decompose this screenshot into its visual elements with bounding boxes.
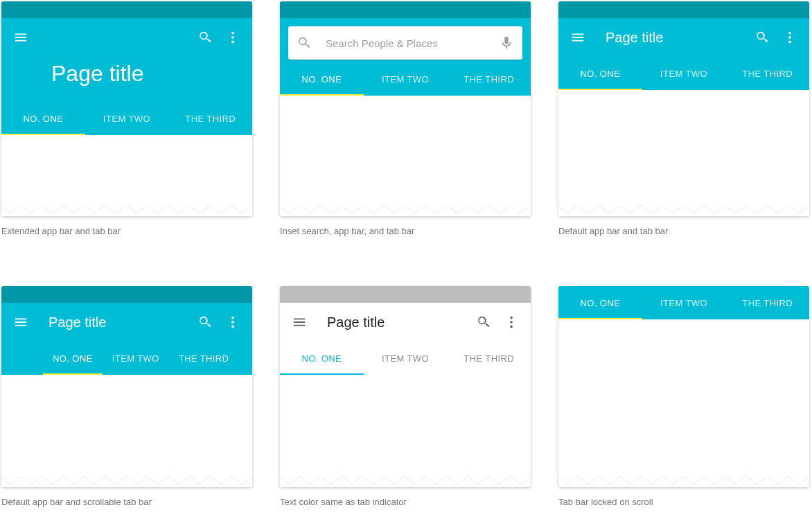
search-icon (297, 35, 312, 51)
tab-one[interactable]: NO. ONE (1, 102, 85, 135)
menu-button[interactable] (285, 308, 313, 336)
caption: Text color same as tab indicator (280, 497, 531, 507)
caption: Default app bar and tab bar (558, 226, 809, 236)
caption: Inset search, app bar, and tab bar (280, 226, 531, 236)
overflow-button[interactable] (219, 308, 247, 336)
tab-two[interactable]: ITEM TWO (364, 342, 448, 375)
tab-bar: NO. ONE ITEM TWO THE THIRD (558, 286, 809, 319)
more-vert-icon (504, 315, 519, 330)
search-button[interactable] (191, 24, 219, 51)
svg-point-8 (231, 326, 234, 328)
search-icon (197, 315, 213, 330)
svg-point-1 (231, 36, 234, 39)
content-area (280, 375, 531, 487)
status-bar (1, 1, 252, 18)
menu-button[interactable] (564, 24, 592, 51)
tab-three[interactable]: THE THIRD (168, 102, 252, 135)
tab-two[interactable]: ITEM TWO (364, 62, 448, 96)
tab-bar-scrollable[interactable]: NO. ONE ITEM TWO THE THIRD (1, 342, 252, 375)
tab-three[interactable]: THE THIRD (447, 342, 531, 375)
content-area (280, 96, 531, 216)
svg-point-9 (510, 317, 513, 319)
tab-three[interactable]: THE THIRD (725, 57, 809, 90)
example-extended-appbar: Page title NO. ONE ITEM TWO THE THIRD Ex… (1, 1, 252, 236)
menu-icon (13, 315, 28, 330)
tab-one[interactable]: NO. ONE (558, 286, 642, 319)
menu-button[interactable] (7, 24, 35, 51)
search-placeholder: Search People & Places (326, 37, 499, 49)
caption: Extended app bar and tab bar (1, 226, 252, 236)
content-area (558, 90, 809, 216)
search-icon (197, 30, 213, 45)
device-frame: Search People & Places NO. ONE ITEM TWO … (280, 1, 531, 216)
mic-icon[interactable] (499, 35, 514, 51)
svg-point-11 (510, 326, 513, 328)
search-wrap: Search People & Places (280, 18, 531, 62)
menu-icon (13, 30, 28, 45)
tab-one[interactable]: NO. ONE (280, 62, 364, 96)
page-title: Page title (606, 30, 748, 46)
device-frame: Page title NO. ONE ITEM TWO THE THIRD (1, 1, 252, 216)
app-bar: Search People & Places NO. ONE ITEM TWO … (280, 18, 531, 96)
svg-point-5 (788, 41, 791, 44)
tab-one[interactable]: NO. ONE (280, 342, 364, 375)
status-bar (280, 1, 531, 18)
menu-icon (292, 315, 307, 330)
content-area (1, 375, 252, 487)
device-frame: NO. ONE ITEM TWO THE THIRD (558, 286, 809, 487)
search-button[interactable] (748, 24, 776, 51)
app-bar: Page title NO. ONE ITEM TWO THE THIRD (1, 18, 252, 135)
svg-point-3 (788, 32, 791, 35)
overflow-button[interactable] (219, 24, 247, 51)
more-vert-icon (225, 315, 240, 330)
content-area (1, 135, 252, 216)
app-bar: Page title NO. ONE ITEM TWO THE THIRD (280, 303, 531, 375)
tab-three[interactable]: THE THIRD (447, 62, 531, 96)
svg-point-10 (510, 321, 513, 324)
more-vert-icon (782, 30, 797, 45)
svg-point-2 (231, 41, 234, 44)
overflow-button[interactable] (497, 308, 525, 336)
content-area (558, 319, 809, 487)
device-frame: Page title NO. ONE ITEM TWO THE THIRD (558, 1, 809, 216)
tab-two[interactable]: ITEM TWO (642, 286, 726, 319)
tab-bar: NO. ONE ITEM TWO THE THIRD (280, 342, 531, 375)
svg-point-4 (788, 36, 791, 39)
tab-one[interactable]: NO. ONE (43, 342, 103, 375)
status-bar (558, 1, 809, 18)
tab-one[interactable]: NO. ONE (558, 57, 642, 90)
tab-bar: NO. ONE ITEM TWO THE THIRD (1, 102, 252, 135)
app-bar-row: Page title (280, 303, 531, 342)
tab-two[interactable]: ITEM TWO (103, 342, 169, 375)
device-frame: Page title NO. ONE ITEM TWO THE THIRD (280, 286, 531, 487)
examples-grid: Page title NO. ONE ITEM TWO THE THIRD Ex… (1, 1, 811, 507)
caption: Default app bar and scrollable tab bar (1, 497, 252, 507)
tab-bar: NO. ONE ITEM TWO THE THIRD (280, 62, 531, 96)
tab-two[interactable]: ITEM TWO (642, 57, 726, 90)
overflow-button[interactable] (776, 24, 804, 51)
search-icon (476, 315, 491, 330)
app-bar-row: Page title (558, 18, 809, 57)
caption: Tab bar locked on scroll (558, 497, 809, 507)
device-frame: Page title NO. ONE ITEM TWO THE THIRD (1, 286, 252, 487)
svg-point-0 (231, 32, 234, 35)
menu-button[interactable] (7, 308, 35, 336)
app-bar: Page title NO. ONE ITEM TWO THE THIRD (558, 18, 809, 90)
page-title: Page title (1, 57, 252, 102)
example-locked-tabs: NO. ONE ITEM TWO THE THIRD Tab bar locke… (558, 286, 809, 507)
tab-two[interactable]: ITEM TWO (85, 102, 169, 135)
search-box[interactable]: Search People & Places (288, 26, 522, 60)
tab-three[interactable]: THE THIRD (169, 342, 239, 375)
tab-three[interactable]: THE THIRD (725, 286, 809, 319)
page-title: Page title (327, 315, 470, 330)
app-bar-row: Page title (1, 303, 252, 342)
search-button[interactable] (470, 308, 497, 336)
status-bar (1, 286, 252, 303)
example-default-appbar: Page title NO. ONE ITEM TWO THE THIRD (558, 1, 809, 236)
more-vert-icon (225, 30, 240, 45)
app-bar-row (1, 18, 252, 57)
search-button[interactable] (191, 308, 219, 336)
example-light-theme: Page title NO. ONE ITEM TWO THE THIRD (280, 286, 531, 507)
svg-point-6 (231, 317, 234, 319)
status-bar (280, 286, 531, 303)
